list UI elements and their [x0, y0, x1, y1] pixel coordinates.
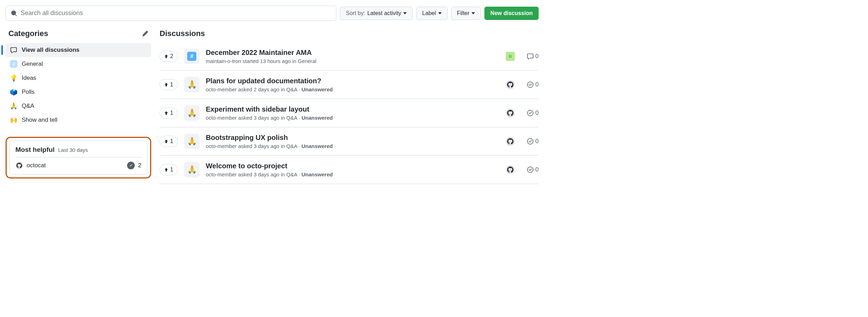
comment-icon — [527, 53, 533, 59]
emoji-icon: 💡 — [10, 74, 18, 82]
edit-categories-icon[interactable] — [142, 30, 148, 37]
upvote-button[interactable]: 1 — [160, 79, 178, 90]
sidebar-item-label: Polls — [22, 89, 35, 96]
discussion-meta: octo-member asked 3 days ago in Q&A · Un… — [206, 171, 499, 177]
filter-button-text: Filter — [457, 10, 470, 16]
search-input[interactable] — [21, 9, 331, 17]
check-circle-icon — [527, 82, 533, 88]
discussion-row: 1🙏Bootstrapping UX polishocto-member ask… — [160, 127, 539, 156]
check-circle-icon — [527, 110, 533, 116]
upvote-count: 1 — [170, 82, 173, 88]
discussion-row: 1🙏Welcome to octo-projectocto-member ask… — [160, 156, 539, 184]
comment-count-value: 0 — [536, 53, 539, 60]
sidebar-item-general[interactable]: #General — [6, 57, 151, 71]
chevron-down-icon — [438, 12, 442, 14]
sort-button[interactable]: Sort by: Latest activity — [340, 7, 413, 20]
discussions-title: Discussions — [160, 29, 539, 42]
discussion-title[interactable]: Bootstrapping UX polish — [206, 134, 499, 142]
category-pray-icon: 🙏 — [184, 134, 200, 149]
discussion-row: 2#December 2022 Maintainer AMAmaintain-o… — [160, 42, 539, 71]
emoji-icon: 🗳️ — [10, 88, 18, 96]
discussion-title[interactable]: Welcome to octo-project — [206, 162, 499, 170]
sidebar-item-view-all-discussions[interactable]: View all discussions — [6, 43, 151, 57]
upvote-button[interactable]: 2 — [160, 51, 178, 62]
category-hash-icon: # — [184, 49, 200, 64]
discussion-title[interactable]: Plans for updated documentation? — [206, 77, 499, 85]
label-button[interactable]: Label — [416, 7, 447, 20]
sort-prefix: Sort by: — [346, 10, 365, 16]
sort-value: Latest activity — [367, 10, 401, 16]
sidebar-item-polls[interactable]: 🗳️Polls — [6, 85, 151, 99]
discussion-status: Unanswered — [301, 115, 332, 121]
chevron-down-icon — [471, 12, 475, 14]
most-helpful-user-row[interactable]: octocat 2 — [15, 162, 141, 169]
author-avatar[interactable] — [506, 137, 515, 146]
discussion-title[interactable]: Experiment with sidebar layout — [206, 105, 499, 113]
arrow-up-icon — [164, 83, 168, 87]
category-pray-icon: 🙏 — [184, 162, 200, 177]
sidebar-item-label: Show and tell — [22, 117, 57, 124]
sidebar-item-label: Q&A — [22, 103, 34, 110]
author-avatar[interactable] — [506, 52, 515, 61]
sidebar-item-ideas[interactable]: 💡Ideas — [6, 71, 151, 85]
search-box[interactable] — [6, 6, 336, 21]
category-pray-icon: 🙏 — [184, 77, 200, 92]
discussion-meta: octo-member asked 2 days ago in Q&A · Un… — [206, 86, 499, 92]
most-helpful-count: 2 — [138, 162, 141, 169]
author-avatar[interactable] — [506, 80, 515, 89]
comment-count-value: 0 — [536, 138, 539, 145]
upvote-button[interactable]: 1 — [160, 164, 178, 175]
comment-count[interactable]: 0 — [521, 110, 539, 117]
sidebar-item-label: General — [22, 61, 43, 68]
arrow-up-icon — [164, 54, 168, 58]
comment-count[interactable]: 0 — [521, 53, 539, 60]
emoji-icon: 🙌 — [10, 116, 18, 124]
most-helpful-subtitle: Last 30 days — [58, 147, 88, 153]
discussion-title[interactable]: December 2022 Maintainer AMA — [206, 49, 499, 57]
upvote-button[interactable]: 1 — [160, 107, 178, 119]
discussion-status: Unanswered — [301, 171, 332, 177]
discussion-meta: octo-member asked 3 days ago in Q&A · Un… — [206, 115, 499, 121]
avatar — [15, 162, 23, 169]
comment-discussion-icon — [10, 46, 18, 54]
check-circle-icon — [527, 138, 533, 145]
comment-count[interactable]: 0 — [521, 166, 539, 173]
label-button-text: Label — [422, 10, 436, 16]
sidebar-item-q-a[interactable]: 🙏Q&A — [6, 99, 151, 113]
sidebar-item-label: View all discussions — [22, 47, 79, 54]
sidebar-item-label: Ideas — [22, 75, 36, 82]
comment-count-value: 0 — [536, 81, 539, 88]
comment-count[interactable]: 0 — [521, 81, 539, 88]
category-pray-icon: 🙏 — [184, 105, 200, 121]
comment-count[interactable]: 0 — [521, 138, 539, 145]
new-discussion-button[interactable]: New discussion — [484, 7, 539, 20]
arrow-up-icon — [164, 139, 168, 143]
comment-count-value: 0 — [536, 110, 539, 117]
svg-rect-2 — [509, 55, 512, 58]
chevron-down-icon — [403, 12, 407, 14]
discussion-row: 1🙏Experiment with sidebar layoutocto-mem… — [160, 99, 539, 127]
discussion-status: Unanswered — [301, 143, 332, 149]
categories-title: Categories — [8, 29, 48, 38]
new-discussion-text: New discussion — [490, 10, 533, 16]
search-icon — [11, 10, 17, 16]
discussion-row: 1🙏Plans for updated documentation?octo-m… — [160, 71, 539, 99]
most-helpful-username: octocat — [27, 162, 124, 169]
arrow-up-icon — [164, 168, 168, 172]
upvote-count: 1 — [170, 110, 173, 116]
author-avatar[interactable] — [506, 165, 515, 174]
upvote-count: 1 — [170, 138, 173, 145]
sidebar-item-show-and-tell[interactable]: 🙌Show and tell — [6, 113, 151, 127]
discussion-status: Unanswered — [301, 86, 332, 92]
most-helpful-panel: Most helpful Last 30 days octocat 2 — [6, 137, 151, 178]
arrow-up-icon — [164, 111, 168, 115]
filter-button[interactable]: Filter — [451, 7, 481, 20]
check-badge-icon — [127, 162, 135, 169]
upvote-count: 2 — [170, 53, 173, 59]
upvote-button[interactable]: 1 — [160, 136, 178, 147]
hash-icon: # — [10, 60, 18, 68]
emoji-icon: 🙏 — [10, 102, 18, 110]
comment-count-value: 0 — [536, 166, 539, 173]
author-avatar[interactable] — [506, 108, 515, 118]
discussion-meta: octo-member asked 3 days ago in Q&A · Un… — [206, 143, 499, 149]
